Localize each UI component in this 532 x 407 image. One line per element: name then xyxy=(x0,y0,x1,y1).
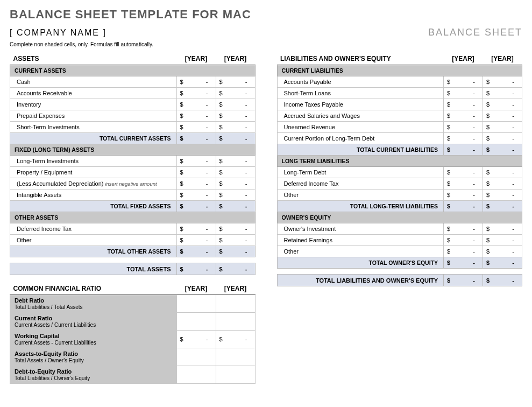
money-cell[interactable]: $- xyxy=(483,76,522,88)
long-liab-header: LONG TERM LIABILITIES xyxy=(277,156,522,167)
line-item: Unearned Revenue xyxy=(277,122,444,133)
liabilities-table: LIABILITIES AND OWNER'S EQUITY [YEAR] [Y… xyxy=(277,53,523,269)
money-cell[interactable]: $- xyxy=(483,190,522,201)
money-cell[interactable]: $- xyxy=(483,133,522,144)
money-cell[interactable]: $- xyxy=(216,156,255,167)
cell: $- xyxy=(444,144,483,156)
line-item: Cash xyxy=(10,76,177,88)
money-cell[interactable]: $- xyxy=(176,235,216,246)
total-assets-table: TOTAL ASSETS $- $- xyxy=(10,263,256,275)
money-cell[interactable]: $- xyxy=(444,122,483,133)
ratio-label: Assets-to-Equity RatioTotal Assets / Own… xyxy=(10,348,177,366)
money-cell[interactable]: $- xyxy=(483,167,522,178)
money-cell[interactable]: $- xyxy=(176,110,216,122)
money-cell[interactable]: $- xyxy=(216,223,255,235)
money-cell[interactable]: $- xyxy=(483,178,522,190)
line-item: Short-Term Investments xyxy=(10,122,177,133)
total-liab-equity-table: TOTAL LIABILITIES AND OWNER'S EQUITY $- … xyxy=(277,274,523,286)
ratio-label: Working CapitalCurrent Assets - Current … xyxy=(10,331,177,348)
money-cell[interactable]: $- xyxy=(216,122,255,133)
liabilities-header: LIABILITIES AND OWNER'S EQUITY xyxy=(277,53,444,65)
money-cell[interactable]: $- xyxy=(444,88,483,99)
money-cell[interactable]: $- xyxy=(483,88,522,99)
ratio-value xyxy=(216,366,255,384)
ratio-value xyxy=(216,295,255,313)
equity-header: OWNER'S EQUITY xyxy=(277,212,522,223)
total-current-liab-label: TOTAL CURRENT LIABILITIES xyxy=(277,144,444,156)
total-current-assets-label: TOTAL CURRENT ASSETS xyxy=(10,133,177,144)
money-cell[interactable]: $- xyxy=(176,167,216,178)
money-cell[interactable]: $- xyxy=(176,76,216,88)
cell: $- xyxy=(216,246,255,257)
money-cell[interactable]: $- xyxy=(444,110,483,122)
ratio-value xyxy=(176,348,216,366)
money-cell[interactable]: $- xyxy=(444,178,483,190)
total-other-assets-label: TOTAL OTHER ASSETS xyxy=(10,246,177,257)
money-cell[interactable]: $- xyxy=(444,223,483,235)
money-cell[interactable]: $- xyxy=(444,133,483,144)
money-cell[interactable]: $- xyxy=(483,99,522,110)
money-cell[interactable]: $- xyxy=(483,246,522,257)
year-col-2[interactable]: [YEAR] xyxy=(216,53,255,65)
money-cell[interactable]: $- xyxy=(444,190,483,201)
money-cell[interactable]: $- xyxy=(483,122,522,133)
line-item: (Less Accumulated Depreciation) insert n… xyxy=(10,178,177,190)
ratio-label: Debt RatioTotal Liabilities / Total Asse… xyxy=(10,295,177,313)
ratio-value xyxy=(176,366,216,384)
money-cell[interactable]: $- xyxy=(483,223,522,235)
year-col-1[interactable]: [YEAR] xyxy=(176,53,216,65)
line-item: Retained Earnings xyxy=(277,235,444,246)
money-cell[interactable]: $- xyxy=(216,99,255,110)
money-cell[interactable]: $- xyxy=(444,76,483,88)
ratio-label: Debt-to-Equity RatioTotal Liabilities / … xyxy=(10,366,177,384)
money-cell[interactable]: $- xyxy=(216,178,255,190)
other-assets-header: OTHER ASSETS xyxy=(10,212,256,223)
money-cell[interactable]: $- xyxy=(444,246,483,257)
line-item: Long-Term Investments xyxy=(10,156,177,167)
instructions-text: Complete non-shaded cells, only. Formula… xyxy=(10,41,522,47)
money-cell[interactable]: $- xyxy=(176,122,216,133)
money-cell[interactable]: $- xyxy=(483,110,522,122)
money-cell[interactable]: $- xyxy=(216,190,255,201)
money-cell[interactable]: $- xyxy=(176,88,216,99)
line-item: Accounts Receivable xyxy=(10,88,177,99)
money-cell[interactable]: $- xyxy=(444,167,483,178)
year-col-1[interactable]: [YEAR] xyxy=(176,275,216,295)
cell: $- xyxy=(483,144,522,156)
line-item: Deferred Income Tax xyxy=(10,223,177,235)
line-item: Accrued Salaries and Wages xyxy=(277,110,444,122)
money-cell[interactable]: $- xyxy=(176,99,216,110)
total-liab-equity-label: TOTAL LIABILITIES AND OWNER'S EQUITY xyxy=(277,275,444,286)
balance-sheet-label: BALANCE SHEET xyxy=(428,27,522,38)
cell: $- xyxy=(216,133,255,144)
line-item: Intangible Assets xyxy=(10,190,177,201)
money-cell[interactable]: $- xyxy=(176,178,216,190)
year-col-2[interactable]: [YEAR] xyxy=(216,275,255,295)
money-cell[interactable]: $- xyxy=(176,156,216,167)
year-col-1[interactable]: [YEAR] xyxy=(444,53,483,65)
line-item: Other xyxy=(10,235,177,246)
cell: $- xyxy=(216,201,255,212)
money-cell[interactable]: $- xyxy=(216,76,255,88)
total-assets-label: TOTAL ASSETS xyxy=(10,263,177,275)
money-cell[interactable]: $- xyxy=(216,235,255,246)
company-name[interactable]: [ COMPANY NAME ] xyxy=(10,28,107,38)
year-col-2[interactable]: [YEAR] xyxy=(483,53,522,65)
ratio-header-label: COMMON FINANCIAL RATIO xyxy=(10,275,177,295)
money-cell[interactable]: $- xyxy=(444,235,483,246)
total-equity-label: TOTAL OWNER'S EQUITY xyxy=(277,257,444,269)
line-item: Accounts Payable xyxy=(277,76,444,88)
line-item: Short-Term Loans xyxy=(277,88,444,99)
money-cell[interactable]: $- xyxy=(216,88,255,99)
total-fixed-assets-label: TOTAL FIXED ASSETS xyxy=(10,201,177,212)
money-cell[interactable]: $- xyxy=(483,235,522,246)
money-cell[interactable]: $- xyxy=(176,190,216,201)
money-cell[interactable]: $- xyxy=(176,223,216,235)
money-cell[interactable]: $- xyxy=(444,99,483,110)
ratio-value xyxy=(216,348,255,366)
money-cell[interactable]: $- xyxy=(216,167,255,178)
cell: $- xyxy=(176,263,216,275)
fixed-assets-header: FIXED (LONG TERM) ASSETS xyxy=(10,144,256,156)
money-cell[interactable]: $- xyxy=(216,110,255,122)
cell: $- xyxy=(483,257,522,269)
